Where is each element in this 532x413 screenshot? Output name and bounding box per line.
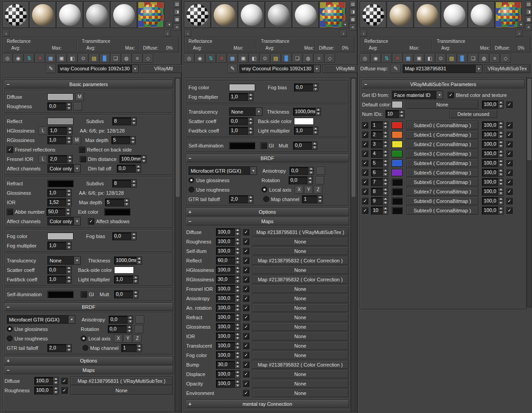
anisotropy-enable-checkbox[interactable]: ✓ <box>243 295 249 302</box>
diffuse-map-button[interactable]: Map #2138795831 ( VRayMultiSubTex ) <box>70 376 173 385</box>
an-rotation-enable-checkbox[interactable]: ✓ <box>243 305 249 311</box>
gi-checkbox[interactable] <box>81 291 87 298</box>
brdf-type-dropdown[interactable]: Microfacet GTR (GGX)▼ <box>188 166 257 175</box>
exit-color-swatch[interactable] <box>104 208 130 216</box>
show-map-in-viewport-icon[interactable]: ▉ <box>100 54 110 63</box>
subtex-map-button[interactable]: Subtex8 ( CoronaBitmap ) <box>406 197 478 205</box>
pick-material-from-object-icon[interactable]: ◉ <box>371 54 381 63</box>
default-map-button[interactable]: None <box>406 100 478 109</box>
rollout-header-vraymultisubtex-parameters[interactable]: −VRayMultiSubTex Parameters <box>362 80 525 88</box>
checkbox[interactable]: ✓ <box>506 101 513 108</box>
spinner-arrows-icon[interactable] <box>66 276 71 283</box>
spinner-arrows-icon[interactable] <box>133 276 138 283</box>
rollout-header-options[interactable]: +Options <box>4 356 173 365</box>
subtex-amount-spinner[interactable]: 100,0 <box>482 150 504 158</box>
spinner-arrows-icon[interactable] <box>234 276 240 283</box>
spinner-arrows-icon[interactable] <box>67 156 72 163</box>
fog-color-swatch[interactable] <box>47 233 73 240</box>
id-color-swatch[interactable] <box>392 169 403 176</box>
spinner-arrows-icon[interactable] <box>136 257 142 264</box>
spinner-arrows-icon[interactable] <box>498 207 503 214</box>
ior-amount-spinner[interactable]: 100,0 <box>216 332 240 340</box>
subtex-amount-spinner[interactable]: 100,0 <box>482 188 504 196</box>
spinner-arrows-icon[interactable] <box>234 323 240 330</box>
spinner-arrows-icon[interactable] <box>66 344 71 352</box>
subtex-blend-checkbox[interactable]: ✓ <box>506 151 513 157</box>
mini-button[interactable] <box>316 176 324 184</box>
id-color-swatch[interactable] <box>392 207 403 214</box>
eyedropper-icon[interactable]: ✎ <box>46 64 56 73</box>
subtex-map-button[interactable]: Subtex6 ( CoronaBitmap ) <box>406 178 478 186</box>
rollout-header-basic-parameters[interactable]: −Basic parameters <box>4 80 173 88</box>
anisotropy-map-button[interactable]: None <box>252 294 349 303</box>
subtex-blend-checkbox[interactable]: ✓ <box>506 179 513 185</box>
id-color-swatch[interactable] <box>392 150 403 157</box>
pick-material-from-object-icon[interactable]: ◉ <box>195 54 205 63</box>
sample-slot-dropdown-icon[interactable]: ▾ <box>518 21 524 28</box>
spinner-arrows-icon[interactable] <box>312 84 318 91</box>
subtex-blend-checkbox[interactable]: ✓ <box>506 122 513 128</box>
spinner-arrows-icon[interactable] <box>248 127 253 134</box>
spinner-field[interactable]: 100,0 <box>482 101 504 109</box>
spinner-arrows-icon[interactable] <box>498 179 503 186</box>
material-sample-slot[interactable] <box>83 1 110 28</box>
subtex-blend-checkbox[interactable]: ✓ <box>506 132 513 138</box>
id-spinner[interactable]: 3 <box>371 140 388 148</box>
spinner-arrows-icon[interactable] <box>498 197 503 205</box>
spinner-field[interactable]: 0,0 <box>112 232 137 240</box>
reflect-amount-spinner[interactable]: 60,0 <box>216 257 240 265</box>
scrollbar-thumb[interactable] <box>176 79 179 197</box>
use-glossiness-radio[interactable] <box>7 326 13 332</box>
id-spinner[interactable]: 6 <box>371 169 388 177</box>
subtex-amount-spinner[interactable]: 100,0 <box>482 197 504 205</box>
roughness-map-button[interactable]: None <box>252 237 349 246</box>
map-channel-radio[interactable] <box>83 345 88 351</box>
back-side-color-swatch[interactable] <box>114 266 134 274</box>
id-enable-checkbox[interactable]: ✓ <box>362 132 368 138</box>
video-color-check-icon[interactable]: ◧ <box>249 54 259 63</box>
material-name-dropdown[interactable]: Map #2138795831▼ <box>403 64 482 73</box>
spinner-arrows-icon[interactable] <box>498 188 503 195</box>
spinner-arrows-icon[interactable] <box>234 238 240 245</box>
get-material-icon[interactable]: ◎ <box>360 54 370 63</box>
spinner-arrows-icon[interactable] <box>67 127 72 134</box>
spinner-arrows-icon[interactable] <box>382 197 388 205</box>
spinner-arrows-icon[interactable] <box>248 196 253 203</box>
material-sample-slot[interactable] <box>29 1 56 28</box>
ior-enable-checkbox[interactable]: ✓ <box>243 333 249 340</box>
eyedropper-icon[interactable]: ✎ <box>391 64 401 73</box>
subtex-amount-spinner[interactable]: 100,0 <box>482 159 504 167</box>
roughness-enable-checkbox[interactable]: ✓ <box>243 239 249 245</box>
id-enable-checkbox[interactable]: ✓ <box>362 207 368 214</box>
go-to-parent-icon[interactable]: ❏ <box>468 54 478 63</box>
material-type-button[interactable]: VRayMultiSubTex <box>484 64 530 73</box>
roughness-amount-spinner[interactable]: 100,0 <box>216 238 240 246</box>
id-spinner[interactable]: 10 <box>371 206 388 215</box>
hglossiness-amount-spinner[interactable]: 100,0 <box>216 266 240 274</box>
spinner-arrows-icon[interactable] <box>382 188 388 195</box>
diffuse-amount-spinner[interactable]: 100,0 <box>34 377 59 385</box>
reflect-back-side-checkbox[interactable] <box>79 147 85 153</box>
spinner-field[interactable]: 0,0 <box>229 117 253 125</box>
scene-materials-icon[interactable]: ▦ <box>403 54 413 63</box>
spinner-arrows-icon[interactable] <box>312 127 318 134</box>
background-icon[interactable]: ▨ <box>271 54 281 63</box>
id-spinner[interactable]: 1 <box>371 121 388 129</box>
subtex-map-button[interactable]: Subtex0 ( CoronaBitmap ) <box>406 121 478 129</box>
spinner-arrows-icon[interactable] <box>382 160 388 167</box>
spinner-arrows-icon[interactable] <box>382 207 388 214</box>
video-color-check-icon[interactable]: ◧ <box>425 54 435 63</box>
subtex-map-button[interactable]: Subtex1 ( CoronaBitmap ) <box>406 130 478 139</box>
spinner-arrows-icon[interactable] <box>234 229 240 236</box>
spinner-arrows-icon[interactable] <box>141 156 146 163</box>
ior-spinner[interactable]: 1,52 <box>47 198 72 206</box>
refract-amount-spinner[interactable]: 100,0 <box>216 313 240 321</box>
opacity-amount-spinner[interactable]: 100,0 <box>216 380 240 388</box>
spinner-arrows-icon[interactable] <box>248 118 253 125</box>
show-map-in-viewport-icon[interactable]: ▉ <box>281 54 292 63</box>
delete-material-icon[interactable]: ✕ <box>392 54 403 63</box>
rglossiness-map-button[interactable]: Map #2138795832 ( Color Correction ) <box>252 275 349 284</box>
material-options-icon[interactable]: ⊙ <box>436 54 446 63</box>
spinner-field[interactable]: 1,0 <box>229 127 253 135</box>
id-enable-checkbox[interactable]: ✓ <box>362 170 368 176</box>
